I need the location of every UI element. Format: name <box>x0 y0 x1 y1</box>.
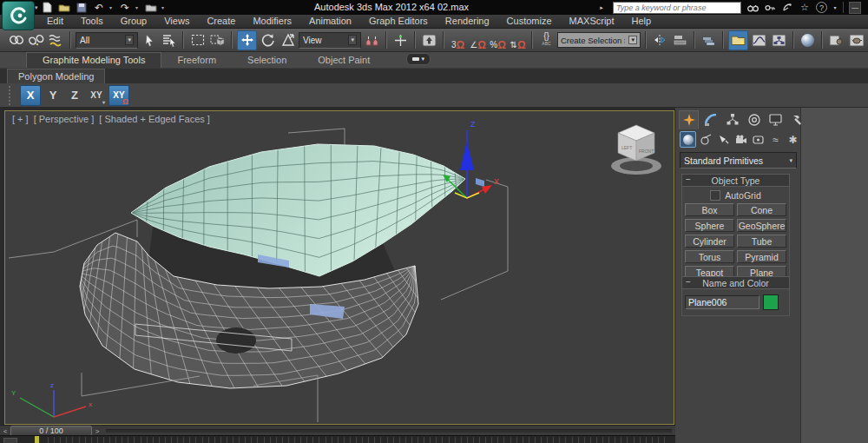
select-object-icon[interactable] <box>140 31 158 50</box>
spinner-snap-icon[interactable]: ⇅Ω <box>509 31 527 50</box>
redo-icon[interactable]: ↷ <box>118 2 132 14</box>
layer-manager-icon[interactable] <box>700 31 718 50</box>
snap-use-axis-constraints-button[interactable]: XYΩ <box>108 85 129 106</box>
perspective-viewport[interactable]: Z X z x Y LEFT FRONT [ + ] [ Perspective… <box>4 110 674 425</box>
ribbon-tab-graphite-modeling-tools[interactable]: Graphite Modeling Tools <box>26 52 161 68</box>
select-and-manipulate-icon[interactable] <box>391 31 410 50</box>
object-category-dropdown[interactable]: Standard Primitives ▾ <box>680 152 797 169</box>
rectangular-selection-region-icon[interactable] <box>188 31 207 50</box>
previous-frame-button[interactable]: < <box>0 426 10 435</box>
subscription-key-icon[interactable] <box>764 2 776 13</box>
viewport-shading-menu[interactable]: [ Shaded + Edged Faces ] <box>99 114 210 124</box>
tab-utilities[interactable] <box>787 110 807 129</box>
menu-edit[interactable]: Edit <box>38 15 72 28</box>
render-setup-icon[interactable] <box>827 31 845 50</box>
reference-coordinate-dropdown[interactable]: View▾ <box>299 32 361 49</box>
viewport-general-menu[interactable]: [ + ] <box>12 114 29 124</box>
named-selection-sets-dropdown[interactable]: Create Selection Se ▾ <box>557 32 641 48</box>
panel-tab-polygon-modeling[interactable]: Polygon Modeling <box>7 69 105 83</box>
menu-maxscript[interactable]: MAXScript <box>561 15 623 28</box>
track-bar[interactable] <box>0 435 675 443</box>
application-button[interactable] <box>2 1 35 30</box>
create-box-button[interactable]: Box <box>685 203 734 216</box>
next-frame-button[interactable]: > <box>92 426 102 435</box>
select-and-link-icon[interactable] <box>7 31 25 50</box>
curve-editor-icon[interactable] <box>750 31 768 50</box>
menu-create[interactable]: Create <box>198 15 244 28</box>
minimize-button[interactable]: — <box>849 2 861 14</box>
ribbon-tab-object-paint[interactable]: Object Paint <box>302 53 385 68</box>
new-file-icon[interactable] <box>40 2 54 14</box>
subtab-lights[interactable] <box>716 132 731 147</box>
subtab-cameras[interactable] <box>733 132 748 147</box>
create-geosphere-button[interactable]: GeoSphere <box>737 219 786 232</box>
trackbar-mini-curve-button[interactable] <box>3 438 17 443</box>
material-editor-icon[interactable] <box>799 31 817 50</box>
select-and-scale-icon[interactable] <box>279 31 297 50</box>
ribbon-tab-selection[interactable]: Selection <box>232 53 302 68</box>
use-pivot-point-icon[interactable] <box>363 31 381 50</box>
search-collapse-icon[interactable]: ▸ <box>595 2 608 13</box>
ribbon-tab-freeform[interactable]: Freeform <box>161 53 232 68</box>
rendered-frame-window-icon[interactable] <box>847 31 865 50</box>
edit-named-selection-sets-icon[interactable]: {} ABC <box>537 31 556 50</box>
axis-constraint-xy-button[interactable]: XY▾ <box>87 86 106 105</box>
unlink-selection-icon[interactable] <box>27 31 45 50</box>
menu-animation[interactable]: Animation <box>300 15 360 28</box>
subtab-systems[interactable]: ✱ <box>786 132 800 147</box>
mirror-icon[interactable] <box>651 31 669 50</box>
tab-motion[interactable] <box>744 110 764 129</box>
graphite-modeling-toggle-icon[interactable] <box>728 30 748 50</box>
menu-tools[interactable]: Tools <box>72 15 112 28</box>
subtab-geometry[interactable] <box>680 131 696 148</box>
autogrid-checkbox[interactable] <box>710 190 720 201</box>
schematic-view-icon[interactable] <box>770 31 788 50</box>
create-sphere-button[interactable]: Sphere <box>685 219 734 232</box>
axis-constraint-z-button[interactable]: Z <box>65 86 84 105</box>
object-name-field[interactable] <box>685 295 760 309</box>
application-button-caret[interactable]: ▾ <box>35 4 38 11</box>
tab-create[interactable] <box>679 110 699 129</box>
viewport-pov-menu[interactable]: [ Perspective ] <box>34 114 95 124</box>
undo-icon[interactable]: ↶ <box>92 2 106 14</box>
subtab-shapes[interactable] <box>699 132 713 147</box>
menu-group[interactable]: Group <box>112 15 156 28</box>
axis-constraint-x-button[interactable]: X <box>20 85 41 106</box>
menu-customize[interactable]: Customize <box>498 15 561 28</box>
bind-to-spacewarp-icon[interactable] <box>47 31 65 50</box>
menu-rendering[interactable]: Rendering <box>437 15 498 28</box>
axis-constraint-y-button[interactable]: Y <box>43 86 62 105</box>
name-color-rollout-header[interactable]: − Name and Color <box>681 276 790 289</box>
object-color-swatch[interactable] <box>763 294 779 310</box>
tab-hierarchy[interactable] <box>722 110 742 129</box>
current-frame-marker[interactable] <box>35 436 39 443</box>
save-icon[interactable] <box>75 2 89 14</box>
subtab-spacewarps[interactable]: ≈ <box>768 132 783 147</box>
object-type-rollout-header[interactable]: − Object Type <box>681 174 790 187</box>
viewport-canvas[interactable]: Z X z x Y LEFT FRONT <box>5 111 674 424</box>
subtab-helpers[interactable] <box>751 132 766 147</box>
select-and-rotate-icon[interactable] <box>259 31 277 50</box>
create-pyramid-button[interactable]: Pyramid <box>737 250 786 263</box>
create-tube-button[interactable]: Tube <box>737 235 786 248</box>
angle-snap-icon[interactable]: ∠Ω <box>469 31 487 50</box>
menu-views[interactable]: Views <box>155 15 198 28</box>
project-folder-icon[interactable] <box>144 2 158 14</box>
undo-flyout-icon[interactable]: ▾ <box>109 4 115 10</box>
redo-flyout-icon[interactable]: ▾ <box>135 4 141 10</box>
menu-graph-editors[interactable]: Graph Editors <box>360 15 437 28</box>
help-icon[interactable]: ? <box>816 2 827 13</box>
selection-filter-dropdown[interactable]: All▾ <box>76 32 138 49</box>
select-and-move-icon[interactable] <box>237 30 257 50</box>
select-by-name-icon[interactable] <box>160 31 178 50</box>
create-cylinder-button[interactable]: Cylinder <box>685 235 734 248</box>
viewcube[interactable]: LEFT FRONT <box>611 125 661 175</box>
time-slider-track[interactable] <box>106 429 672 433</box>
percent-snap-icon[interactable]: %Ω <box>489 31 507 50</box>
search-binoculars-icon[interactable] <box>746 2 759 13</box>
create-torus-button[interactable]: Torus <box>685 250 734 263</box>
tab-modify[interactable] <box>700 110 720 129</box>
tab-display[interactable] <box>766 110 786 129</box>
create-cone-button[interactable]: Cone <box>737 203 786 216</box>
ribbon-minimize-button[interactable]: ▾ <box>406 53 431 65</box>
